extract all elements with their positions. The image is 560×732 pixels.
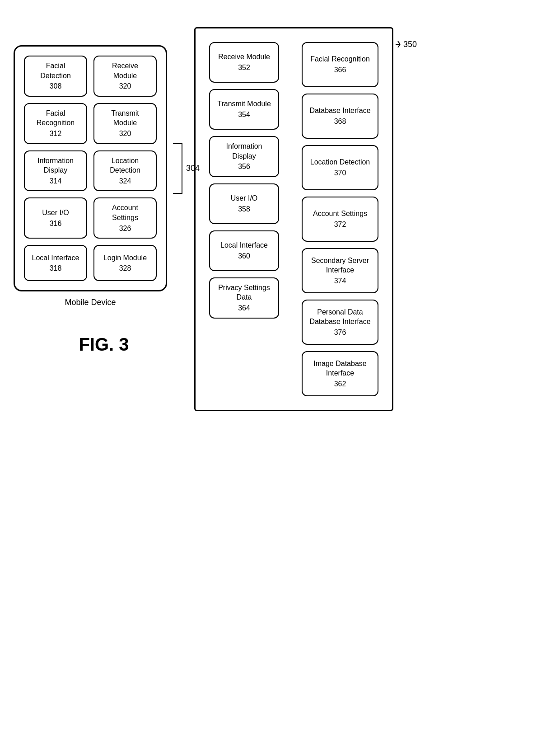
module-number: 318 <box>50 263 62 273</box>
module-number: 370 <box>334 168 346 178</box>
bracket-304-icon <box>171 141 184 196</box>
module-name: Local Interface <box>220 240 268 250</box>
module-number: 326 <box>119 224 131 234</box>
right-module-372: Account Settings372 <box>302 197 378 242</box>
module-name: Facial Recognition <box>31 108 80 128</box>
module-number: 324 <box>119 176 131 186</box>
module-name: Login Module <box>103 253 147 263</box>
center-module-354: Transmit Module354 <box>209 89 279 130</box>
arrow-350-icon <box>393 38 402 51</box>
module-name: Database Interface <box>309 106 370 116</box>
module-name: Facial Detection <box>31 61 80 80</box>
right-module-368: Database Interface368 <box>302 94 378 139</box>
module-name: Location Detection <box>101 156 149 175</box>
right-module-366: Facial Recognition366 <box>302 42 378 87</box>
module-number: 320 <box>119 81 131 91</box>
module-name: Account Settings <box>313 209 367 219</box>
module-number: 352 <box>238 63 250 73</box>
module-name: Information Display <box>31 156 80 175</box>
module-number: 312 <box>50 129 62 139</box>
module-number: 362 <box>334 379 346 389</box>
module-name: User I/O <box>231 193 258 203</box>
module-name: Receive Module <box>218 52 270 62</box>
center-module-360: Local Interface360 <box>209 230 279 271</box>
server-right-column: Facial Recognition366Database Interface3… <box>302 42 378 396</box>
server-section: 350 Receive Module352Transmit Module354I… <box>194 27 393 411</box>
center-module-364: Privacy Settings Data364 <box>209 277 279 319</box>
center-module-352: Receive Module352 <box>209 42 279 83</box>
mobile-device-box: Facial Detection308Receive Module320Faci… <box>14 45 167 291</box>
module-number: 368 <box>334 117 346 127</box>
module-number: 364 <box>238 303 250 313</box>
module-name: Local Interface <box>32 253 79 263</box>
center-module-358: User I/O358 <box>209 183 279 224</box>
module-name: Transmit Module <box>101 108 149 128</box>
module-number: 358 <box>238 204 250 214</box>
left-module-326: Account Settings326 <box>93 197 157 239</box>
module-number: 366 <box>334 65 346 75</box>
module-name: Account Settings <box>101 203 149 222</box>
module-name: Location Detection <box>310 157 370 167</box>
left-module-314: Information Display314 <box>24 150 87 192</box>
server-center-column: Receive Module352Transmit Module354Infor… <box>209 42 279 319</box>
module-name: Information Display <box>216 141 272 161</box>
module-name: Image Database Interface <box>309 359 371 378</box>
module-number: 354 <box>238 110 250 120</box>
module-name: Facial Recognition <box>310 54 370 64</box>
module-name: Personal Data Database Interface <box>309 307 371 327</box>
module-name: Receive Module <box>101 61 149 80</box>
module-number: 356 <box>238 162 250 172</box>
right-module-362: Image Database Interface362 <box>302 351 378 396</box>
left-module-320: Transmit Module320 <box>93 103 157 144</box>
right-module-374: Secondary Server Interface374 <box>302 248 378 293</box>
mobile-device-section: Facial Detection308Receive Module320Faci… <box>14 45 167 355</box>
module-number: 372 <box>334 220 346 230</box>
module-name: Privacy Settings Data <box>216 283 272 302</box>
module-number: 316 <box>50 219 62 229</box>
mobile-device-label: Mobile Device <box>65 298 116 307</box>
left-module-320: Receive Module320 <box>93 56 157 97</box>
module-name: Secondary Server Interface <box>309 256 371 275</box>
module-number: 320 <box>119 129 131 139</box>
left-module-308: Facial Detection308 <box>24 56 87 97</box>
module-number: 328 <box>119 263 131 273</box>
left-module-316: User I/O316 <box>24 197 87 239</box>
left-module-318: Local Interface318 <box>24 245 87 281</box>
module-name: User I/O <box>42 208 69 218</box>
label-350: 350 <box>393 38 417 51</box>
module-number: 360 <box>238 251 250 261</box>
module-number: 376 <box>334 328 346 338</box>
module-number: 314 <box>50 176 62 186</box>
module-number: 374 <box>334 276 346 286</box>
center-module-356: Information Display356 <box>209 136 279 177</box>
right-module-376: Personal Data Database Interface376 <box>302 300 378 345</box>
label-350-number: 350 <box>403 40 417 49</box>
right-module-370: Location Detection370 <box>302 145 378 190</box>
module-name: Transmit Module <box>217 99 271 109</box>
left-module-328: Login Module328 <box>93 245 157 281</box>
fig-label: FIG. 3 <box>79 334 129 355</box>
module-number: 308 <box>50 81 62 91</box>
left-module-312: Facial Recognition312 <box>24 103 87 144</box>
left-module-324: Location Detection324 <box>93 150 157 192</box>
